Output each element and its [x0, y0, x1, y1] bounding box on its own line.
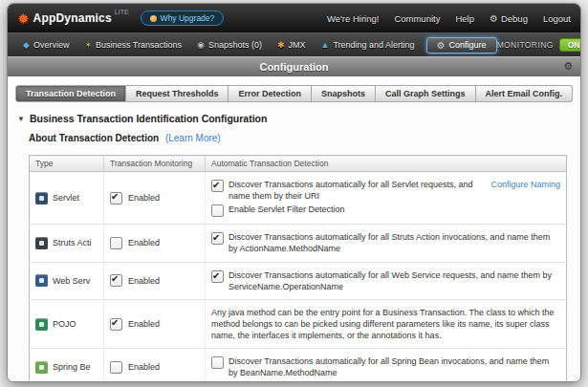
- servlet-icon: [35, 192, 48, 204]
- configuration-titlebar: Configuration ⚙: [8, 56, 580, 76]
- web-service-icon: [35, 274, 48, 287]
- page-title: Configuration: [259, 61, 328, 73]
- configure-naming-link[interactable]: Configure Naming: [490, 179, 560, 190]
- enabled-label: Enabled: [128, 238, 160, 247]
- detection-checkbox[interactable]: [211, 232, 224, 245]
- table-row: Spring Be Enabled Discover Transactions …: [30, 349, 567, 382]
- overview-icon: ◆: [23, 41, 30, 50]
- header-link-community[interactable]: ⚙ Community: [394, 13, 440, 24]
- monitoring-checkbox[interactable]: [110, 361, 122, 374]
- detection-line: Discover Transactions automatically for …: [211, 231, 560, 254]
- detection-line: Any java method can be the entry point f…: [211, 307, 560, 341]
- monitoring-checkbox[interactable]: [110, 318, 122, 331]
- configure-button[interactable]: ⚙ Configure: [426, 37, 497, 54]
- header-link-debug[interactable]: ⚙ Debug: [490, 13, 528, 24]
- trending-chart-icon: ▲: [320, 41, 329, 50]
- enabled-label: Enabled: [128, 193, 160, 203]
- header-link-help[interactable]: ⚙ Help: [455, 13, 474, 24]
- appdynamics-logo-icon: ✹: [17, 11, 30, 26]
- enabled-label: Enabled: [128, 362, 160, 372]
- nav-item-snapshots[interactable]: ◉ Snapshots (0): [189, 40, 270, 50]
- header-link-were-hiring[interactable]: ⚙ We're Hiring!: [327, 13, 379, 24]
- table-header-row: Type Transaction Monitoring Automatic Tr…: [30, 156, 567, 172]
- monitoring-label: MONITORING: [497, 40, 554, 50]
- section-title: Business Transaction Identification Conf…: [30, 113, 268, 124]
- detection-cell: Discover Transactions automatically for …: [206, 349, 567, 382]
- detection-text: Any java method can be the entry point f…: [211, 307, 560, 341]
- monitoring-checkbox[interactable]: [110, 237, 122, 249]
- tab-transaction-detection[interactable]: Transaction Detection: [15, 85, 126, 102]
- detection-line: Discover Transactions automatically for …: [211, 179, 560, 202]
- struts-action-icon: [35, 237, 48, 249]
- spring-bean-icon: [35, 361, 48, 374]
- type-label: Struts Acti: [53, 238, 92, 247]
- nav-right-controls: MONITORING ON TIME RANGE last 30 minutes…: [497, 33, 581, 56]
- nav-item-business-transactions[interactable]: ✶ Business Transactions: [76, 40, 189, 50]
- gear-icon: ⚙: [490, 13, 498, 24]
- header-link-label: Logout: [543, 13, 571, 24]
- tab-error-detection[interactable]: Error Detection: [229, 85, 312, 102]
- monitoring-on-toggle[interactable]: ON: [559, 38, 581, 52]
- detection-line: Discover Transactions automatically for …: [211, 355, 560, 378]
- top-header-bar: ✹ AppDynamics LITE Why Upgrade? ⚙ We're …: [8, 4, 580, 32]
- config-tabs: Transaction Detection Request Thresholds…: [8, 85, 580, 102]
- upgrade-orb-icon: [150, 15, 157, 22]
- detection-text: Discover Transactions automatically for …: [229, 355, 560, 378]
- detection-checkbox[interactable]: [211, 270, 224, 283]
- column-header-automatic-transaction-detection: Automatic Transaction Detection: [206, 156, 567, 172]
- monitoring-checkbox[interactable]: [110, 274, 122, 287]
- detection-text: Enable Servlet Filter Detection: [229, 204, 345, 215]
- enabled-label: Enabled: [128, 276, 160, 286]
- tab-snapshots[interactable]: Snapshots: [312, 85, 376, 102]
- about-line: About Transaction Detection (Learn More): [29, 133, 580, 143]
- pojo-icon: [35, 318, 48, 331]
- content-area: Transaction Detection Request Thresholds…: [8, 85, 580, 382]
- monitoring-checkbox[interactable]: [110, 192, 122, 204]
- detection-text: Discover Transactions automatically for …: [229, 179, 476, 202]
- business-transactions-icon: ✶: [84, 41, 92, 50]
- detection-cell: Discover Transactions automatically for …: [206, 172, 567, 225]
- detection-checkbox[interactable]: [211, 204, 224, 217]
- header-link-label: Debug: [501, 13, 528, 24]
- type-label: Spring Be: [53, 362, 91, 372]
- tab-call-graph-settings[interactable]: Call Graph Settings: [376, 85, 476, 102]
- detection-checkbox[interactable]: [211, 180, 224, 192]
- settings-gear-icon[interactable]: ⚙: [563, 60, 573, 73]
- nav-item-trending-alerting[interactable]: ▲ Trending and Alerting: [313, 40, 422, 50]
- nav-item-label: Trending and Alerting: [333, 40, 414, 50]
- collapse-triangle-icon: ▼: [17, 115, 25, 123]
- nav-item-label: JMX: [288, 40, 305, 50]
- tab-request-thresholds[interactable]: Request Thresholds: [126, 85, 229, 102]
- detection-text: Discover Transactions automatically for …: [229, 269, 560, 292]
- configure-gear-icon: ⚙: [437, 40, 446, 51]
- header-link-label: We're Hiring!: [327, 13, 379, 24]
- learn-more-link[interactable]: (Learn More): [165, 133, 221, 143]
- header-link-logout[interactable]: ⚙ Logout: [543, 13, 571, 24]
- detection-line: Discover Transactions automatically for …: [211, 269, 560, 292]
- brand-edition: LITE: [115, 9, 129, 15]
- enabled-label: Enabled: [128, 319, 160, 329]
- nav-item-label: Business Transactions: [96, 40, 182, 50]
- main-nav-bar: ◆ Overview ✶ Business Transactions ◉ Sna…: [8, 32, 580, 56]
- nav-item-label: Snapshots (0): [208, 40, 262, 50]
- nav-item-jmx[interactable]: ✱ JMX: [270, 40, 314, 50]
- section-header-business-transaction-identification[interactable]: ▼ Business Transaction Identification Co…: [17, 113, 580, 124]
- detection-checkbox[interactable]: [211, 356, 224, 369]
- column-header-type: Type: [30, 156, 104, 172]
- table-row: Servlet Enabled Discover Transactions au…: [30, 172, 567, 225]
- why-upgrade-button[interactable]: Why Upgrade?: [141, 11, 225, 26]
- detection-line: Enable Servlet Filter Detection: [211, 204, 560, 217]
- table-row: Struts Acti Enabled Discover Transaction…: [30, 225, 567, 262]
- about-label: About Transaction Detection: [29, 133, 159, 143]
- type-label: Servlet: [53, 193, 79, 203]
- nav-item-overview[interactable]: ◆ Overview: [15, 40, 76, 50]
- type-label: Web Serv: [53, 276, 90, 286]
- tab-alert-email-config[interactable]: Alert Email Config.: [476, 85, 574, 102]
- jmx-icon: ✱: [277, 41, 285, 50]
- header-link-label: Help: [455, 13, 474, 24]
- nav-items: ◆ Overview ✶ Business Transactions ◉ Sna…: [15, 40, 423, 50]
- configure-label: Configure: [449, 40, 487, 50]
- header-links: ⚙ We're Hiring! ⚙ Community ⚙ Help ⚙ Deb…: [327, 13, 571, 24]
- detection-cell: Discover Transactions automatically for …: [206, 262, 567, 299]
- why-upgrade-label: Why Upgrade?: [161, 13, 215, 23]
